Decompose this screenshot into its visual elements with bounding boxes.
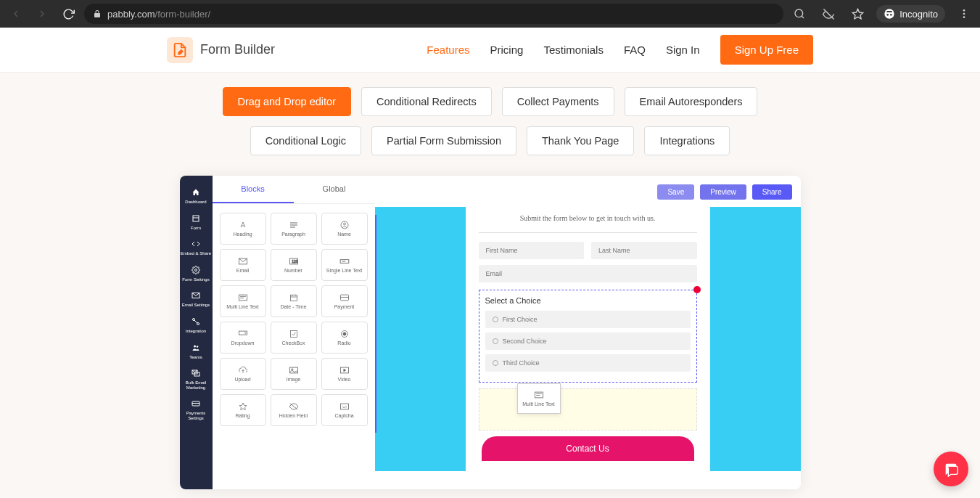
tab-collect-payments[interactable]: Collect Payments xyxy=(502,87,614,116)
form-bg-left xyxy=(375,207,466,471)
svg-marker-3 xyxy=(852,9,862,18)
block-upload[interactable]: Upload xyxy=(220,358,266,390)
block-heading[interactable]: Heading xyxy=(220,213,266,245)
svg-marker-51 xyxy=(239,403,247,410)
incognito-badge: Incognito xyxy=(876,5,945,23)
delete-block-icon[interactable] xyxy=(693,286,701,293)
tab-conditional-redirects[interactable]: Conditional Redirects xyxy=(361,87,492,116)
sidebar-item-integration[interactable]: Integration xyxy=(180,312,213,338)
block-email[interactable]: Email xyxy=(220,249,266,281)
signup-button[interactable]: Sign Up Free xyxy=(720,35,813,65)
tab-email-autoresponders[interactable]: Email Autoresponders xyxy=(625,87,758,116)
block-dropdown[interactable]: Dropdown xyxy=(220,322,266,354)
form-subtitle: Submit the form below to get in touch wi… xyxy=(479,214,697,222)
video-icon xyxy=(339,366,350,375)
eye-off-icon[interactable] xyxy=(818,4,839,24)
users-icon xyxy=(191,343,201,353)
nav-signin[interactable]: Sign In xyxy=(666,44,700,56)
svg-rect-54 xyxy=(535,392,543,398)
svg-rect-10 xyxy=(193,216,199,221)
address-bar[interactable]: pabbly.com/form-builder/ xyxy=(84,4,783,24)
block-checkbox[interactable]: CheckBox xyxy=(271,322,317,354)
code-icon xyxy=(191,239,201,249)
svg-rect-43 xyxy=(290,331,297,338)
submit-button[interactable]: Contact Us xyxy=(482,436,694,461)
block-payment[interactable]: Payment xyxy=(321,285,368,317)
back-button[interactable] xyxy=(6,4,26,24)
star-block-icon xyxy=(238,402,248,411)
nav-faq[interactable]: FAQ xyxy=(624,44,646,56)
nav-pricing[interactable]: Pricing xyxy=(490,44,524,56)
radio-icon xyxy=(339,330,350,338)
svg-rect-47 xyxy=(289,367,297,373)
reload-button[interactable] xyxy=(58,4,78,24)
svg-point-0 xyxy=(795,9,803,17)
block-hidden-field[interactable]: Hidden Field xyxy=(271,394,317,426)
choice-block-selected[interactable]: Select a Choice First Choice Second Choi… xyxy=(479,290,697,383)
share-button[interactable]: Share xyxy=(752,184,792,200)
choice-option-2[interactable]: Second Choice xyxy=(485,332,691,350)
svg-point-4 xyxy=(885,9,894,18)
tab-integrations[interactable]: Integrations xyxy=(644,126,730,155)
svg-text:123: 123 xyxy=(292,259,298,264)
choice-option-3[interactable]: Third Choice xyxy=(485,354,691,372)
block-number[interactable]: 123Number xyxy=(271,249,317,281)
svg-point-12 xyxy=(195,269,197,271)
block-multi-line-text[interactable]: Multi Line Text xyxy=(220,285,266,317)
block-name[interactable]: Name xyxy=(321,213,368,245)
svg-point-7 xyxy=(963,9,965,12)
sidebar-item-email-settings[interactable]: Email Settings xyxy=(180,286,213,312)
tab-drag-drop-editor[interactable]: Drag and Drop editor xyxy=(223,87,351,116)
chat-bubble-button[interactable] xyxy=(934,452,968,486)
checkbox-icon xyxy=(289,330,299,338)
captcha-icon xyxy=(339,402,350,411)
email-input[interactable] xyxy=(479,265,697,282)
block-paragraph[interactable]: Paragraph xyxy=(271,213,317,245)
tab-conditional-logic[interactable]: Conditional Logic xyxy=(250,126,361,155)
number-icon: 123 xyxy=(289,257,299,266)
block-date-time[interactable]: Date - Time xyxy=(271,285,317,317)
block-image[interactable]: Image xyxy=(271,358,317,390)
textarea-icon xyxy=(534,391,544,399)
form-bg-right xyxy=(710,207,801,471)
last-name-input[interactable] xyxy=(591,242,697,259)
url: pabbly.com/form-builder/ xyxy=(107,9,210,20)
preview-button[interactable]: Preview xyxy=(700,184,746,200)
tab-blocks[interactable]: Blocks xyxy=(213,176,294,203)
sidebar-item-dashboard[interactable]: Dashboard xyxy=(180,183,213,209)
zoom-icon[interactable] xyxy=(789,4,810,24)
block-single-line-text[interactable]: Single Line Text xyxy=(321,249,368,281)
kebab-menu-icon[interactable] xyxy=(954,4,974,24)
sidebar-item-form[interactable]: Form xyxy=(180,209,213,235)
radio-dot-icon xyxy=(493,317,498,322)
sidebar-item-form-settings[interactable]: Form Settings xyxy=(180,261,213,287)
first-name-input[interactable] xyxy=(479,242,585,259)
form-icon xyxy=(191,213,201,224)
bulk-mail-icon xyxy=(191,368,201,378)
nav-features[interactable]: Features xyxy=(427,44,469,56)
sidebar-item-embed-share[interactable]: Embed & Share xyxy=(180,234,213,261)
sidebar-item-bulk-email[interactable]: Bulk Email Marketing xyxy=(180,364,213,394)
paragraph-icon xyxy=(289,221,299,229)
nav-testimonials[interactable]: Testimonials xyxy=(543,44,604,56)
block-rating[interactable]: Rating xyxy=(220,394,266,426)
brand-logo[interactable]: Form Builder xyxy=(167,37,275,63)
sidebar-item-payments-settings[interactable]: Payments Settings xyxy=(180,394,213,425)
block-video[interactable]: Video xyxy=(321,358,368,390)
sidebar-item-teams[interactable]: Teams xyxy=(180,338,213,364)
tab-partial-form-submission[interactable]: Partial Form Submission xyxy=(371,126,516,155)
card-icon xyxy=(191,399,201,409)
choice-option-1[interactable]: First Choice xyxy=(485,311,691,328)
upload-icon xyxy=(238,366,248,375)
text-field-icon xyxy=(339,257,350,266)
drop-zone[interactable]: Multi Line Text xyxy=(479,388,697,430)
tab-thank-you-page[interactable]: Thank You Page xyxy=(527,126,634,155)
star-icon[interactable] xyxy=(847,4,868,24)
save-button[interactable]: Save xyxy=(657,184,694,200)
block-captcha[interactable]: Captcha xyxy=(321,394,368,426)
tab-global[interactable]: Global xyxy=(294,176,375,203)
block-radio[interactable]: Radio xyxy=(321,322,368,354)
svg-point-5 xyxy=(887,14,889,16)
svg-rect-40 xyxy=(340,295,348,301)
forward-button[interactable] xyxy=(32,4,52,24)
